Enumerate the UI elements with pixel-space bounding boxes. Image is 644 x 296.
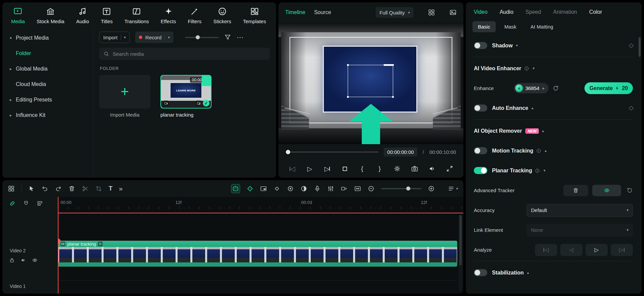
sidebar-item-folder[interactable]: Folder — [2, 46, 93, 61]
link-element-dropdown[interactable]: None ▾ — [527, 224, 633, 237]
select-tool-icon[interactable] — [28, 185, 35, 192]
layout-grid-icon[interactable] — [428, 9, 435, 16]
mark-out-icon[interactable]: } — [375, 163, 385, 174]
keyframe-icon[interactable] — [273, 185, 280, 192]
import-button[interactable]: Import ▾ — [99, 32, 130, 43]
audio-mixer-icon[interactable] — [327, 185, 334, 192]
tab-templates[interactable]: Templates — [243, 7, 266, 24]
tab-audio[interactable]: Audio — [500, 9, 514, 15]
play-icon[interactable]: ▷ — [305, 163, 315, 174]
tab-stock-media[interactable]: Stock Media — [37, 7, 65, 24]
subtab-basic[interactable]: Basic — [472, 21, 496, 32]
caret-down-icon[interactable]: ▾ — [533, 66, 535, 71]
playback-progress-bar[interactable] — [286, 152, 378, 153]
zoom-out-icon[interactable] — [368, 185, 375, 192]
subtab-ai-matting[interactable]: AI Matting — [525, 21, 559, 32]
info-icon[interactable] — [535, 168, 540, 173]
stabilization-toggle[interactable] — [474, 269, 487, 276]
accuracy-dropdown[interactable]: Default ▾ — [527, 204, 633, 217]
generate-button[interactable]: Generate 20 — [584, 82, 633, 94]
tracker-crosshair-icon[interactable] — [98, 242, 103, 246]
tab-filters[interactable]: Filters — [188, 7, 201, 24]
settings-gear-icon[interactable] — [392, 163, 402, 174]
zoom-knob[interactable] — [406, 186, 410, 191]
sidebar-item-influence-kit[interactable]: ▸ Influence Kit — [2, 108, 93, 123]
properties-scrollbar[interactable] — [639, 37, 641, 57]
text-tool-icon[interactable]: T — [109, 185, 113, 192]
auto-enhance-toggle[interactable] — [474, 104, 487, 112]
snapshot-camera-icon[interactable] — [410, 163, 420, 174]
shadow-toggle[interactable] — [474, 42, 487, 49]
layers-icon[interactable] — [37, 200, 43, 207]
video-preview-stage[interactable] — [278, 23, 463, 144]
mask-icon[interactable] — [300, 185, 307, 192]
track-height-options[interactable]: ▾ — [448, 185, 458, 192]
caret-up-icon[interactable]: ▴ — [545, 149, 547, 153]
analyze-to-start-button[interactable]: ◁ — [535, 244, 557, 256]
caret-up-icon[interactable]: ▴ — [542, 129, 544, 133]
magnet-icon[interactable] — [23, 200, 29, 207]
playhead-line[interactable] — [58, 197, 59, 294]
timeline-ruler[interactable]: 00:00 12f 00:03 12f — [58, 197, 463, 210]
search-input[interactable] — [113, 51, 266, 57]
more-tools-icon[interactable]: » — [119, 185, 123, 193]
search-bar[interactable] — [99, 48, 270, 60]
analyze-forward-button[interactable]: ▷ — [585, 244, 608, 256]
track-visibility-eye-icon[interactable] — [32, 257, 38, 263]
filter-icon[interactable] — [224, 34, 231, 41]
show-tracker-button[interactable] — [592, 185, 621, 196]
caret-up-icon[interactable]: ▴ — [532, 106, 534, 110]
more-options-icon[interactable]: ⋯ — [237, 33, 244, 41]
motion-tracking-toggle[interactable] — [474, 147, 487, 154]
tab-source-preview[interactable]: Source — [314, 9, 331, 15]
undo-icon[interactable] — [41, 185, 48, 192]
add-credits-icon[interactable]: + — [542, 85, 545, 91]
info-icon[interactable] — [536, 148, 541, 154]
caret-down-icon[interactable]: ▾ — [516, 43, 518, 48]
tab-animation[interactable]: Animation — [553, 9, 577, 15]
link-icon[interactable] — [9, 200, 15, 207]
tab-titles[interactable]: Titles — [101, 7, 113, 24]
delete-icon[interactable] — [68, 185, 75, 192]
reset-icon[interactable] — [627, 187, 633, 194]
tab-effects[interactable]: Effects — [161, 7, 176, 24]
caret-down-icon[interactable]: ▾ — [543, 168, 545, 173]
tab-media[interactable]: Media — [11, 7, 25, 24]
media-browser-toggle-icon[interactable] — [8, 185, 15, 192]
progress-knob[interactable] — [286, 150, 290, 154]
voiceover-mic-icon[interactable] — [314, 185, 321, 192]
sidebar-item-global-media[interactable]: ▸ Global Media — [2, 61, 93, 77]
next-frame-icon[interactable]: ▷ — [322, 163, 332, 174]
record-button[interactable]: Record ▾ — [135, 32, 174, 43]
timeline-tracks-area[interactable]: 00:00 12f 00:03 12f planar tracking — [58, 197, 463, 294]
timeline-zoom-slider[interactable] — [381, 188, 421, 189]
zoom-in-icon[interactable] — [428, 185, 435, 192]
timeline-scrollbar[interactable] — [459, 214, 462, 291]
subtab-mask[interactable]: Mask — [499, 21, 522, 32]
media-clip-tile[interactable]: LEARN MORE 00:00:10 ✓ planar tracking — [160, 75, 212, 118]
keyframe-diamond-icon[interactable] — [629, 43, 634, 48]
split-scissors-icon[interactable] — [82, 185, 89, 192]
fit-timeline-icon[interactable] — [354, 185, 361, 192]
stop-icon[interactable] — [340, 163, 350, 174]
sidebar-item-editing-presets[interactable]: ▸ Editing Presets — [2, 92, 93, 108]
mark-in-icon[interactable]: { — [357, 163, 367, 174]
pip-tool-icon[interactable] — [260, 185, 267, 192]
motion-tracker-icon[interactable] — [247, 185, 254, 192]
planar-tracker-box[interactable] — [348, 65, 393, 97]
ai-assistant-icon[interactable] — [231, 184, 240, 193]
track-mute-icon[interactable] — [21, 257, 26, 263]
tab-stickers[interactable]: Stickers — [213, 7, 231, 24]
credits-pill[interactable]: 36854 + — [514, 83, 548, 93]
delete-tracker-button[interactable] — [563, 185, 588, 196]
tab-color[interactable]: Color — [589, 9, 602, 15]
prev-frame-icon[interactable]: ◁ — [287, 163, 297, 174]
tab-audio[interactable]: Audio — [76, 7, 89, 24]
tab-speed[interactable]: Speed — [526, 9, 541, 15]
import-media-tile[interactable]: + Import Media — [99, 75, 150, 118]
refresh-icon[interactable] — [553, 85, 559, 91]
info-icon[interactable] — [524, 66, 529, 71]
video-clip[interactable]: planar tracking — [58, 241, 457, 267]
planar-tracking-toggle[interactable] — [474, 167, 487, 174]
image-icon[interactable] — [449, 9, 457, 16]
